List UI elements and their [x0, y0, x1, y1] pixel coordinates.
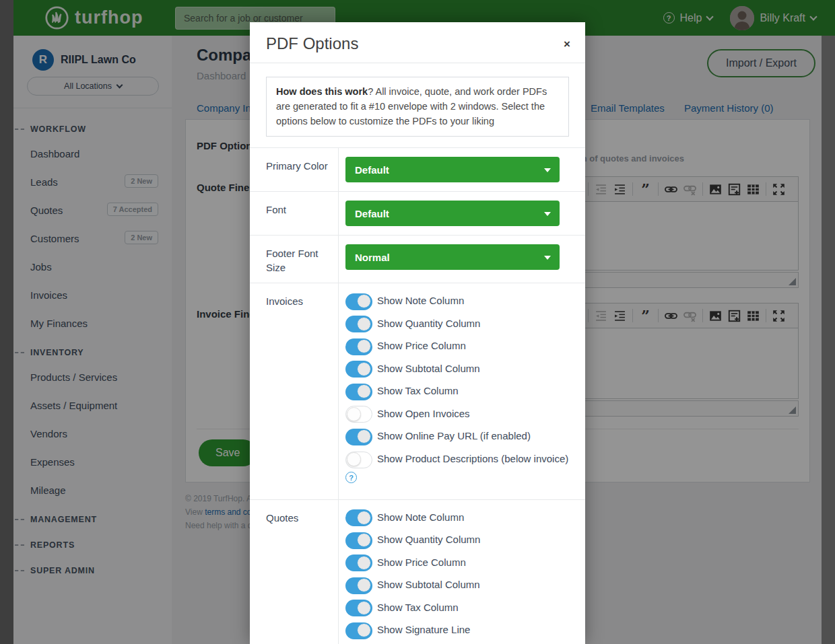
modal-row-font: FontDefault: [250, 191, 585, 235]
toggle-invoices-show-open-invoices[interactable]: [345, 406, 372, 423]
toggle-item: Show Price Column: [345, 337, 581, 355]
field-label: Invoices: [250, 283, 339, 499]
field-control: Default: [339, 148, 585, 191]
toggle-invoices-show-online-pay-url-if-enabled[interactable]: [345, 429, 372, 445]
toggle-item: Show Price Column: [345, 554, 581, 572]
selected-value: Default: [355, 208, 389, 219]
info-bold-text: How does this work: [276, 86, 368, 97]
toggle-label: Show Quantity Column: [377, 318, 480, 329]
toggle-knob: [357, 556, 371, 570]
toggle-quotes-show-note-column[interactable]: [345, 509, 372, 526]
field-control: Normal: [339, 236, 585, 283]
toggle-item: Show Quantity Column: [345, 531, 581, 549]
toggle-label: Show Tax Column: [377, 602, 459, 613]
caret-down-icon: [544, 256, 551, 260]
modal-row-invoices: InvoicesShow Note ColumnShow Quantity Co…: [250, 283, 585, 499]
toggle-label: Show Note Column: [377, 295, 464, 306]
toggle-quotes-show-subtotal-column[interactable]: [345, 577, 372, 594]
toggle-list: Show Note ColumnShow Quantity ColumnShow…: [339, 500, 585, 644]
toggle-quotes-show-price-column[interactable]: [345, 554, 372, 571]
toggle-quotes-show-quantity-column[interactable]: [345, 532, 372, 549]
close-icon[interactable]: ×: [564, 38, 570, 50]
toggle-label: Show Subtotal Column: [377, 579, 480, 590]
footer-font-size-select[interactable]: Normal: [345, 244, 560, 270]
toggle-label: Show Online Pay URL (if enabled): [377, 430, 531, 441]
selected-value: Normal: [355, 252, 390, 263]
toggle-invoices-show-subtotal-column[interactable]: [345, 361, 372, 378]
toggle-label: Show Price Column: [377, 340, 466, 351]
toggle-invoices-show-note-column[interactable]: [345, 293, 372, 310]
toggle-invoices-show-tax-column[interactable]: [345, 384, 372, 400]
toggle-quotes-show-signature-line[interactable]: [345, 622, 372, 639]
toggle-item: Show Signature Line: [345, 621, 581, 639]
toggle-knob: [357, 384, 371, 398]
toggle-label: Show Signature Line: [377, 624, 470, 635]
toggle-item: Show Open Invoices: [345, 405, 581, 423]
font-select[interactable]: Default: [345, 201, 560, 226]
modal-info-box: How does this work? All invoice, quote, …: [266, 77, 569, 137]
toggle-knob: [357, 362, 371, 376]
caret-down-icon: [544, 168, 551, 172]
toggle-knob: [357, 317, 371, 331]
primary-color-select[interactable]: Default: [345, 157, 560, 182]
selected-value: Default: [355, 164, 389, 176]
modal-form: Primary ColorDefaultFontDefaultFooter Fo…: [250, 147, 585, 644]
toggle-item: Show Product Descriptions (below invoice…: [345, 450, 581, 486]
toggle-knob: [357, 294, 371, 308]
toggle-label: Show Note Column: [377, 511, 464, 523]
toggle-label: Show Price Column: [377, 557, 466, 568]
field-control: Default: [339, 192, 585, 235]
toggle-invoices-show-product-descriptions-below-invoice[interactable]: [345, 452, 372, 468]
toggle-knob: [357, 578, 371, 592]
modal-divider: [250, 63, 585, 63]
modal-title: PDF Options: [266, 34, 569, 53]
toggle-item: Show Quantity Column: [345, 315, 581, 333]
toggle-knob: [347, 407, 361, 421]
toggle-knob: [357, 429, 371, 443]
toggle-quotes-show-tax-column[interactable]: [345, 600, 372, 616]
toggle-label: Show Subtotal Column: [377, 363, 480, 374]
help-icon[interactable]: ?: [345, 472, 357, 483]
toggle-item: Show Tax Column: [345, 599, 581, 617]
toggle-knob: [357, 601, 371, 615]
app-root: turfhop ? Help Billy Kraft: [0, 0, 835, 644]
toggle-label: Show Product Descriptions (below invoice…: [377, 453, 568, 464]
toggle-list: Show Note ColumnShow Quantity ColumnShow…: [339, 283, 585, 499]
toggle-label: Show Tax Column: [377, 385, 459, 396]
modal-header: PDF Options ×: [250, 22, 585, 63]
toggle-knob: [357, 623, 371, 637]
field-label: Font: [250, 192, 339, 235]
toggle-invoices-show-quantity-column[interactable]: [345, 316, 372, 332]
toggle-label: Show Open Invoices: [377, 408, 470, 419]
toggle-label: Show Quantity Column: [377, 534, 480, 545]
modal-row-primary-color: Primary ColorDefault: [250, 147, 585, 191]
field-label: Quotes: [250, 500, 339, 644]
field-label: Primary Color: [250, 148, 339, 191]
caret-down-icon: [544, 212, 551, 216]
toggle-item: Show Online Pay URL (if enabled): [345, 427, 581, 445]
toggle-item: Show Subtotal Column: [345, 576, 581, 594]
toggle-knob: [357, 339, 371, 353]
toggle-item: Show Tax Column: [345, 382, 581, 400]
field-label: Footer Font Size: [250, 236, 339, 283]
modal-row-quotes: QuotesShow Note ColumnShow Quantity Colu…: [250, 499, 585, 644]
modal-row-footer-font-size: Footer Font SizeNormal: [250, 235, 585, 283]
toggle-knob: [357, 533, 371, 547]
toggle-knob: [357, 511, 371, 525]
toggle-invoices-show-price-column[interactable]: [345, 338, 372, 355]
toggle-item: Show Subtotal Column: [345, 360, 581, 378]
toggle-item: Show Note Column: [345, 292, 581, 310]
toggle-item: Show Note Column: [345, 509, 581, 527]
pdf-options-modal: PDF Options × How does this work? All in…: [250, 22, 585, 644]
toggle-knob: [347, 452, 361, 466]
